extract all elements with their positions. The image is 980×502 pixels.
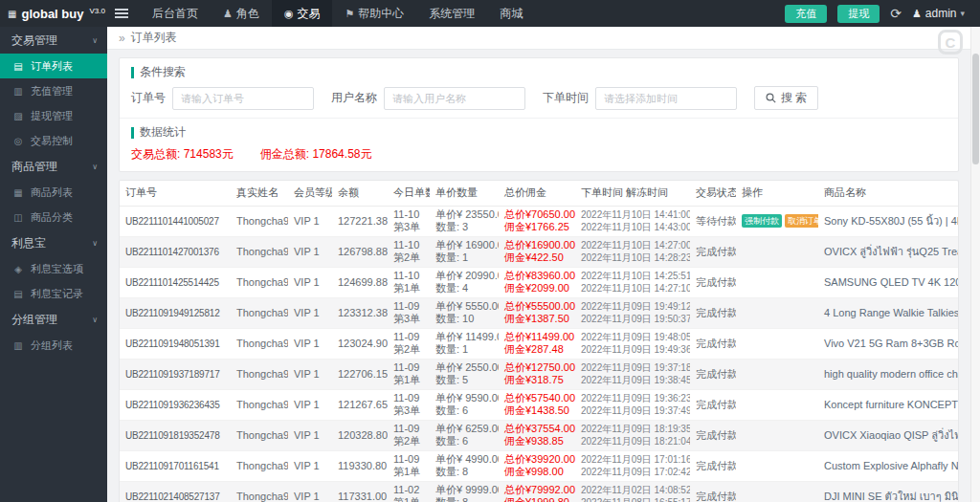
- order-no-cell: UB2211101425514425: [120, 267, 231, 297]
- sidebar: 交易管理∨▤订单列表▥充值管理▨提现管理◎交易控制商品管理∨▦商品列表◫商品分类…: [0, 27, 107, 502]
- trade-status-cell: 完成付款: [690, 389, 736, 420]
- cancel-order-button[interactable]: 取消订单: [785, 214, 818, 229]
- order-time-label: 下单时间: [543, 90, 589, 106]
- table-row: UB2211091937189717 Thongcha99 VIP 1 1227…: [120, 359, 958, 389]
- total-trade-label: 交易总额:: [131, 147, 180, 161]
- row-actions-cell: [736, 450, 818, 481]
- total-commission-cell: 总价¥57540.00佣金¥1438.50: [499, 389, 575, 420]
- sidebar-group-goods-mgmt[interactable]: 商品管理∨: [0, 153, 107, 180]
- unit-price-qty-cell: 单价¥ 16900.00数量: 1: [430, 236, 499, 267]
- order-time-field: 下单时间: [543, 87, 737, 110]
- admin-menu[interactable]: ♟ admin ▾: [912, 7, 965, 20]
- real-name-cell: Thongcha99: [231, 236, 288, 267]
- row-actions-cell: 强制付款取消订单: [736, 206, 818, 236]
- stats-section-title: 数据统计: [120, 119, 958, 144]
- product-name-cell: 4 Long Range Walkie Talkies Rechargeable…: [818, 297, 958, 328]
- balance-cell: 117331.00: [332, 481, 388, 502]
- balance-cell: 124699.88: [332, 267, 388, 297]
- scrollbar-track[interactable]: [970, 27, 980, 502]
- menu-toggle-icon[interactable]: [115, 9, 128, 18]
- scrollbar-thumb[interactable]: [972, 54, 979, 164]
- nav-item-label: 角色: [236, 6, 259, 22]
- nav-item-dashboard[interactable]: 后台首页: [140, 0, 211, 27]
- column-header: 余额: [332, 181, 388, 206]
- sidebar-group-label: 分组管理: [11, 312, 57, 328]
- nav-item-help[interactable]: ⚑帮助中心: [332, 0, 416, 27]
- sidebar-group-group-mgmt[interactable]: 分组管理∨: [0, 306, 107, 333]
- balance-cell: 126798.88: [332, 236, 388, 267]
- order-list-icon: ▤: [12, 61, 24, 72]
- vip-level-cell: VIP 1: [288, 420, 332, 450]
- unit-price-qty-cell: 单价¥ 9999.00数量: 8: [430, 481, 499, 502]
- row-actions-cell: [736, 420, 818, 450]
- order-no-cell: UB2211091937189717: [120, 359, 231, 389]
- order-no-input[interactable]: [172, 87, 314, 110]
- nav-item-system[interactable]: 系统管理: [416, 0, 487, 27]
- nav-item-roles[interactable]: ♟角色: [211, 0, 272, 27]
- sidebar-item-label: 提现管理: [31, 109, 73, 123]
- product-name-cell: OVICX ลู่วิ่งไฟฟ้า รุ่นQ25 Treadmill มอเ…: [818, 236, 958, 267]
- sidebar-item-order-list[interactable]: ▤订单列表: [0, 54, 107, 78]
- row-actions-cell: [736, 328, 818, 359]
- user-icon: ♟: [912, 8, 922, 20]
- sidebar-item-interest-records[interactable]: ▤利息宝记录: [0, 281, 107, 306]
- trade-status-cell: 完成付款: [690, 236, 736, 267]
- sidebar-item-recharge-mgmt[interactable]: ▥充值管理: [0, 78, 107, 103]
- order-time-input[interactable]: [595, 87, 737, 110]
- refresh-icon[interactable]: ⟳: [890, 7, 902, 20]
- user-name-input[interactable]: [384, 87, 525, 110]
- order-no-cell: UB2211101441005027: [120, 206, 231, 236]
- sidebar-item-goods-category[interactable]: ◫商品分类: [0, 205, 107, 229]
- row-actions-cell: [736, 297, 818, 328]
- product-name-cell: SAMSUNG QLED TV 4K 120Hz SMART TV 55 นิ้…: [818, 267, 958, 297]
- content-area: 条件搜索 订单号 用户名称 下单时间: [107, 50, 970, 502]
- search-title-label: 条件搜索: [140, 64, 186, 80]
- recharge-icon: ▥: [12, 86, 24, 97]
- sidebar-group-trade-mgmt[interactable]: 交易管理∨: [0, 27, 107, 54]
- stats-title-label: 数据统计: [140, 124, 186, 141]
- navbar-actions: 充值 提现 ⟳ ♟ admin ▾: [785, 5, 980, 23]
- order-times-cell: 2022年11月09日 18:19:352022年11月09日 18:21:04: [575, 420, 690, 450]
- chevron-down-icon: ∨: [92, 239, 98, 248]
- real-name-cell: Thongcha99: [231, 359, 288, 389]
- sidebar-item-goods-list[interactable]: ▦商品列表: [0, 180, 107, 205]
- sidebar-item-group-list[interactable]: ▥分组列表: [0, 333, 107, 358]
- logo-version: V3.0: [89, 7, 104, 15]
- order-times-cell: 2022年11月09日 19:48:052022年11月09日 19:49:36: [575, 328, 690, 359]
- table-row: UB2211091819352478 Thongcha99 VIP 1 1203…: [120, 420, 958, 450]
- total-commission-cell: 总价¥16900.00佣金¥422.50: [499, 236, 575, 267]
- recharge-button[interactable]: 充值: [785, 5, 827, 23]
- today-orders-cell: 11-09第3单: [388, 297, 430, 328]
- order-no-cell: UB2211091701161541: [120, 450, 231, 481]
- order-no-cell: UB2211091819352478: [120, 420, 231, 450]
- nav-item-trade[interactable]: ◉交易: [272, 0, 333, 27]
- table-row: UB2211091948051391 Thongcha99 VIP 1 1230…: [120, 328, 958, 359]
- admin-label: admin: [925, 7, 957, 20]
- order-times-cell: 2022年11月10日 14:41:002022年11月10日 14:43:00: [575, 206, 690, 236]
- app-logo: ▦ global buy V3.0: [0, 7, 107, 21]
- column-header: 下单时间 解冻时间: [575, 181, 690, 206]
- sidebar-group-interest[interactable]: 利息宝∨: [0, 229, 107, 256]
- real-name-cell: Thongcha99: [231, 328, 288, 359]
- table-header-row: 订单号真实姓名会员等级余额今日单数单价数量总价佣金下单时间 解冻时间交易状态操作…: [120, 181, 958, 206]
- trade-status-cell: 完成付款: [690, 267, 736, 297]
- sidebar-group-label: 交易管理: [11, 33, 57, 49]
- nav-item-mall[interactable]: 商城: [487, 0, 535, 27]
- total-commission-label: 佣金总额:: [260, 147, 309, 161]
- sidebar-item-trade-control[interactable]: ◎交易控制: [0, 128, 107, 153]
- search-button[interactable]: 搜 索: [754, 86, 818, 110]
- force-pay-button[interactable]: 强制付款: [742, 214, 782, 229]
- table-row: UB2211021408527137 Thongcha99 VIP 1 1173…: [120, 481, 958, 502]
- today-orders-cell: 11-10第3单: [388, 206, 430, 236]
- sidebar-item-withdraw-mgmt[interactable]: ▨提现管理: [0, 103, 107, 128]
- sidebar-group-label: 商品管理: [11, 159, 57, 175]
- withdraw-icon: ▨: [12, 111, 24, 121]
- withdraw-button[interactable]: 提现: [837, 5, 880, 23]
- row-actions-cell: [736, 481, 818, 502]
- order-times-cell: 2022年11月10日 14:25:512022年11月10日 14:27:10: [575, 267, 690, 297]
- real-name-cell: Thongcha99: [231, 420, 288, 450]
- unit-price-qty-cell: 单价¥ 11499.00数量: 1: [430, 328, 499, 359]
- sidebar-item-interest-options[interactable]: ◈利息宝选项: [0, 256, 107, 281]
- total-commission-cell: 总价¥39920.00佣金¥998.00: [499, 450, 575, 481]
- table-row: UB2211101427001376 Thongcha99 VIP 1 1267…: [120, 236, 958, 267]
